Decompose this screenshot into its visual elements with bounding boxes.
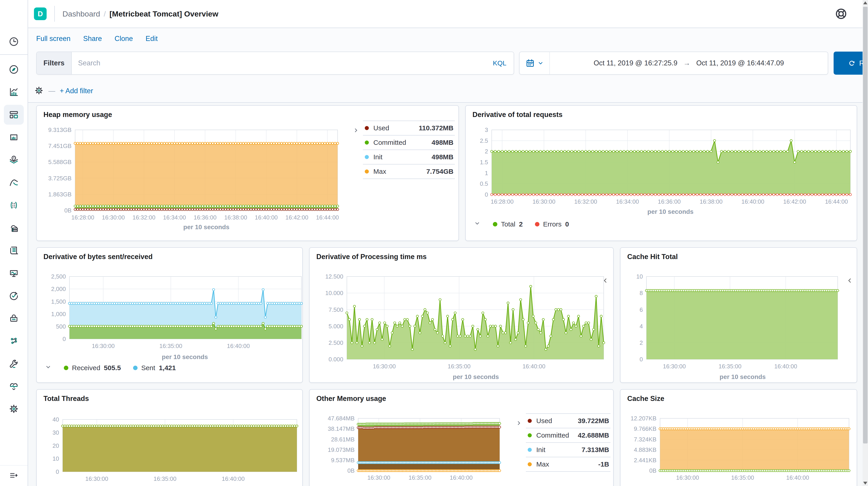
filters-button[interactable]: Filters xyxy=(37,52,72,74)
share-link[interactable]: Share xyxy=(83,35,102,43)
svg-text:1: 1 xyxy=(485,170,488,177)
search-box: Filters Search KQL xyxy=(36,52,514,75)
sidebar-item-management[interactable] xyxy=(0,398,28,420)
svg-text:4: 4 xyxy=(640,323,643,330)
total-requests-chart[interactable]: 00.511.522.5316:28:0016:30:0016:32:0016:… xyxy=(470,127,852,209)
top-header: D Dashboard / [Metricbeat Tomcat] Overvi… xyxy=(28,0,868,28)
legend-row[interactable]: Committed42.688MB xyxy=(526,428,611,443)
panel-title: Derivative of Processing time ms xyxy=(316,253,427,261)
svg-text:9.313GB: 9.313GB xyxy=(48,127,71,133)
scroll-down-arrow[interactable] xyxy=(863,482,867,485)
svg-text:16:34:00: 16:34:00 xyxy=(616,198,639,205)
sidebar-item-visualize[interactable] xyxy=(0,81,28,103)
date-range[interactable]: Oct 11, 2019 @ 16:27:25.9 → Oct 11, 2019… xyxy=(550,59,828,67)
scrollbar-thumb[interactable] xyxy=(863,7,868,444)
sidebar-item-discover[interactable] xyxy=(0,58,28,81)
sidebar-item-graph[interactable] xyxy=(0,194,28,216)
cache-size-chart[interactable]: 0B2.441KB4.883KB7.324KB9.766KB12.207KB16… xyxy=(625,416,851,485)
svg-text:30: 30 xyxy=(53,429,59,436)
legend-row[interactable]: Init7.313MB xyxy=(526,443,611,457)
sidebar-item-dev-tools[interactable] xyxy=(0,352,28,375)
svg-text:1.5: 1.5 xyxy=(480,159,488,165)
legend-row[interactable]: Committed498MB xyxy=(363,135,455,150)
svg-text:500: 500 xyxy=(56,323,66,330)
svg-text:16:28:00: 16:28:00 xyxy=(71,214,94,221)
legend-expand-icon[interactable] xyxy=(846,276,854,286)
legend-expand-icon[interactable] xyxy=(601,276,609,286)
panel-title: Cache Size xyxy=(627,395,664,403)
page-title: [Metricbeat Tomcat] Overview xyxy=(110,9,218,18)
dashboard-grid-icon xyxy=(4,105,24,125)
calendar-icon xyxy=(525,58,535,68)
panel-title: Other Memory usage xyxy=(316,395,386,403)
heap-memory-chart[interactable]: 0B1.863GB3.725GB5.588GB7.451GB9.313GB16:… xyxy=(41,127,340,224)
panel-other-memory-usage: Other Memory usage 0B9.537MB19.073MB28.6… xyxy=(309,389,614,486)
svg-text:40: 40 xyxy=(53,417,59,423)
full-screen-link[interactable]: Full screen xyxy=(36,35,71,43)
query-bar: Filters Search KQL Oct 11, 2019 @ 16:27:… xyxy=(36,52,858,75)
legend-row[interactable]: Init498MB xyxy=(363,150,455,164)
dashboard-canvas: Heap memory usage 0B1.863GB3.725GB5.588G… xyxy=(28,103,863,486)
cache-hit-chart[interactable]: 024681016:30:0016:35:0016:40:00 xyxy=(625,274,840,373)
legend-item[interactable]: Received505.5 xyxy=(64,364,121,372)
sidebar-item-siem[interactable] xyxy=(0,307,28,330)
svg-text:9.537MB: 9.537MB xyxy=(331,457,354,464)
sidebar-item-maps[interactable] xyxy=(0,149,28,171)
sidebar-item-dashboard[interactable] xyxy=(0,103,28,126)
legend-collapse-icon[interactable] xyxy=(474,220,480,228)
legend-item[interactable]: Sent1,421 xyxy=(133,364,176,372)
svg-text:16:40:00: 16:40:00 xyxy=(227,342,250,350)
search-input[interactable]: Search xyxy=(72,52,486,74)
app-sidebar xyxy=(0,0,28,486)
svg-text:2.5: 2.5 xyxy=(480,137,488,144)
legend-expand-icon[interactable] xyxy=(352,127,359,134)
add-filter-button[interactable]: + Add filter xyxy=(60,87,93,95)
sidebar-item-stack-monitoring[interactable] xyxy=(0,375,28,398)
svg-text:16:40:00: 16:40:00 xyxy=(255,214,278,221)
collapse-menu-button[interactable] xyxy=(0,465,28,486)
vertical-scrollbar[interactable] xyxy=(863,0,868,486)
legend-expand-icon[interactable] xyxy=(516,420,522,427)
x-axis-label: per 10 seconds xyxy=(660,485,849,486)
sidebar-item-canvas[interactable] xyxy=(0,126,28,149)
svg-text:0: 0 xyxy=(485,191,488,198)
svg-text:20: 20 xyxy=(53,442,59,449)
svg-text:16:34:00: 16:34:00 xyxy=(163,214,186,221)
processing-time-chart[interactable]: 0.0002.5005.0007.50010.00012.50016:30:00… xyxy=(314,274,606,373)
sidebar-item-uptime[interactable] xyxy=(0,284,28,307)
bytes-chart[interactable]: 05001,0001,5002,0002,50016:30:0016:35:00… xyxy=(41,274,304,353)
svg-text:7.324KB: 7.324KB xyxy=(634,436,656,443)
svg-text:16:30:00: 16:30:00 xyxy=(663,363,686,370)
ml-icon xyxy=(4,173,24,192)
legend-item[interactable]: Total2 xyxy=(493,220,523,228)
kql-button[interactable]: KQL xyxy=(486,52,514,74)
date-picker: Oct 11, 2019 @ 16:27:25.9 → Oct 11, 2019… xyxy=(519,52,828,75)
sidebar-item-apm[interactable] xyxy=(0,330,28,352)
legend-row[interactable]: Max7.754GB xyxy=(363,164,455,179)
other-memory-chart[interactable]: 0B9.537MB19.073MB28.61MB38.147MB47.684MB… xyxy=(314,416,502,485)
svg-text:16:35:00: 16:35:00 xyxy=(719,363,742,370)
svg-text:0: 0 xyxy=(56,468,59,475)
legend-collapse-icon[interactable] xyxy=(45,364,52,372)
gear-icon[interactable] xyxy=(34,86,44,96)
legend-row[interactable]: Used39.722MB xyxy=(526,414,611,428)
x-axis-label: per 10 seconds xyxy=(358,485,497,486)
sidebar-item-logs[interactable] xyxy=(0,239,28,262)
chart-legend: Used39.722MB Committed42.688MB Init7.313… xyxy=(516,414,611,472)
sidebar-item-metrics[interactable] xyxy=(0,216,28,239)
scroll-up-arrow[interactable] xyxy=(863,1,867,4)
panel-title: Derivative of bytes sent/received xyxy=(43,253,153,261)
date-arrow: → xyxy=(683,59,690,67)
legend-row[interactable]: Max-1B xyxy=(526,457,611,472)
total-threads-chart[interactable]: 01020304016:30:0016:35:0016:40:00 xyxy=(41,417,299,486)
legend-row[interactable]: Used110.372MB xyxy=(363,121,455,135)
breadcrumb-dashboard[interactable]: Dashboard xyxy=(62,9,100,18)
legend-item[interactable]: Errors0 xyxy=(535,220,569,228)
clone-link[interactable]: Clone xyxy=(115,35,133,43)
edit-link[interactable]: Edit xyxy=(146,35,157,43)
sidebar-item-machine-learning[interactable] xyxy=(0,171,28,194)
calendar-button[interactable] xyxy=(520,52,550,74)
sidebar-item-infrastructure[interactable] xyxy=(0,262,28,284)
sidebar-item-recently-viewed[interactable] xyxy=(4,30,24,53)
help-icon[interactable] xyxy=(835,7,848,20)
